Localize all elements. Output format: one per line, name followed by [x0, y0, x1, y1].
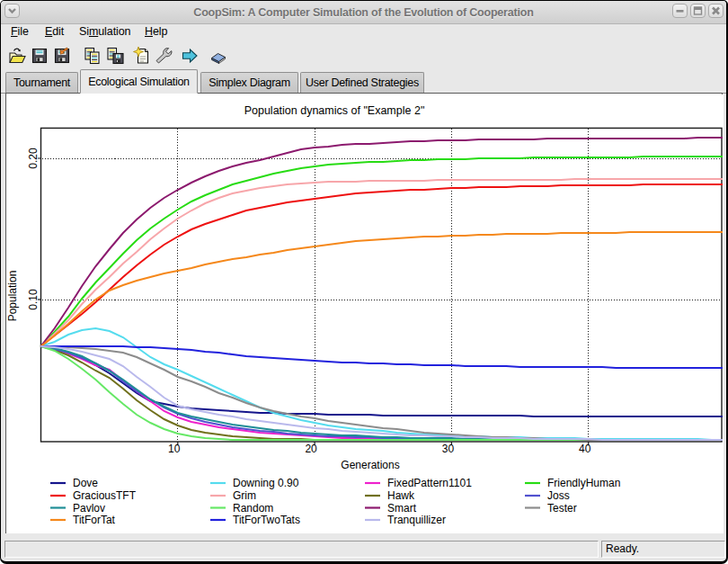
svg-text:Tranquillizer: Tranquillizer: [387, 514, 446, 526]
svg-text:Hawk: Hawk: [387, 489, 415, 502]
svg-text:Pavlov: Pavlov: [73, 502, 105, 515]
svg-text:Joss: Joss: [547, 489, 570, 502]
svg-text:Downing 0.90: Downing 0.90: [233, 477, 299, 489]
svg-text:0.10: 0.10: [27, 289, 40, 310]
svg-text:40: 40: [579, 443, 591, 455]
svg-text:10: 10: [168, 443, 181, 455]
svg-text:TitForTat: TitForTat: [73, 514, 116, 526]
svg-text:Random: Random: [233, 502, 273, 515]
svg-text:TitForTwoTats: TitForTwoTats: [233, 514, 300, 526]
svg-text:20: 20: [305, 443, 317, 455]
svg-text:FriendlyHuman: FriendlyHuman: [547, 477, 620, 489]
svg-text:Smart: Smart: [387, 502, 417, 515]
svg-text:Population dynamics of "Exampl: Population dynamics of "Example 2": [244, 104, 425, 117]
svg-text:Tester: Tester: [547, 502, 577, 515]
svg-text:Population: Population: [6, 271, 19, 322]
svg-text:FixedPattern1101: FixedPattern1101: [387, 477, 472, 489]
svg-text:0.20: 0.20: [27, 148, 40, 169]
svg-text:Dove: Dove: [73, 477, 98, 489]
svg-text:GraciousTFT: GraciousTFT: [73, 489, 137, 502]
svg-text:30: 30: [442, 443, 455, 455]
svg-text:Generations: Generations: [341, 459, 399, 471]
svg-text:Grim: Grim: [233, 489, 256, 502]
